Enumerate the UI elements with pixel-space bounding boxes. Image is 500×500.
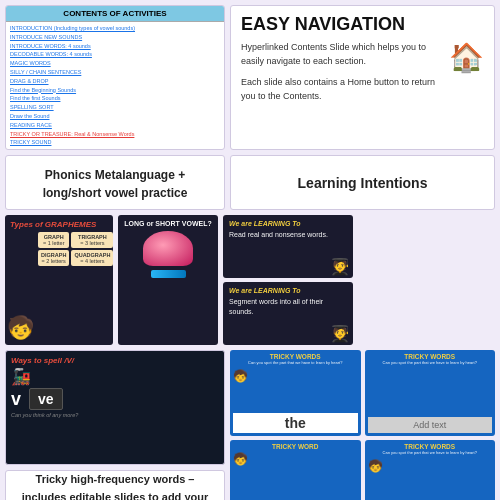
ways-letter-ve: ve <box>29 388 63 410</box>
learning-title: Learning Intentions <box>298 175 428 191</box>
tricky-person-icon-3: 🧒 <box>368 459 493 473</box>
learning-slide-1: We are LEARNING To Read real and nonsens… <box>223 215 353 278</box>
tricky-subtitle-2: Can you spot the part that we have to le… <box>368 360 493 365</box>
tricky-subtitle-1: Can you spot the part that we have to le… <box>233 360 358 365</box>
student-icon-2: 🧑‍🎓 <box>330 324 350 343</box>
person-icon: 🧒 <box>7 315 34 341</box>
contents-panel: CONTENTS OF ACTIVITIES INTRODUCTION (Inc… <box>5 5 225 150</box>
tricky-panel-empty: TRICKY WORDS Can you spot the part that … <box>365 440 496 501</box>
train-icon: 🚂 <box>11 367 219 386</box>
tricky-subtitle-4: Can you spot the part that we have to le… <box>368 450 493 455</box>
tricky-add-text[interactable]: Add text <box>368 417 493 433</box>
list-item[interactable]: INTRODUCE WORDS: 4 sounds <box>10 42 220 51</box>
list-item[interactable]: TRICKY OR TREASURE: Real & Nonsense Word… <box>10 130 220 139</box>
house-icon: 🏠 <box>449 41 484 74</box>
list-item[interactable]: Draw the Sound <box>10 112 220 121</box>
easy-nav-panel: EASY NAVIGATION Hyperlinked Contents Sli… <box>230 5 495 150</box>
list-item[interactable]: INTRODUCE NEW SOUNDS <box>10 33 220 42</box>
tricky-person-icon: 🧒 <box>233 369 358 383</box>
tricky-title-1: TRICKY WORDS <box>233 353 358 360</box>
student-icon: 🧑‍🎓 <box>330 257 350 276</box>
contents-title: CONTENTS OF ACTIVITIES <box>6 6 224 22</box>
tricky-desc-text: Tricky high-frequency words – includes e… <box>12 471 218 500</box>
list-item[interactable]: READING RACE <box>10 121 220 130</box>
grapheme-item: DIGRAPH = 2 letters <box>38 250 69 266</box>
list-item[interactable]: DRAG & DROP <box>10 77 220 86</box>
graphemes-title: Types of GRAPHEMES <box>10 220 108 229</box>
list-item[interactable]: Find the first Sounds <box>10 94 220 103</box>
learning-slide-header: We are LEARNING To <box>229 220 347 227</box>
row3-container: Types of GRAPHEMES 🧒 GRAPH = 1 letter TR… <box>5 215 495 345</box>
phonics-panel: Phonics Metalanguage + long/short vowel … <box>5 155 225 210</box>
learning-slide-text: Read real and nonsense words. <box>229 230 347 240</box>
list-item[interactable]: Find the Beginning Sounds <box>10 86 220 95</box>
long-short-panel: LONG or SHORT VOWEL? <box>118 215 218 345</box>
easy-nav-para1: Hyperlinked Contents Slide which helps y… <box>241 41 443 68</box>
tricky-desc-panel: Tricky high-frequency words – includes e… <box>5 470 225 500</box>
grapheme-item: TRIGRAPH = 3 letters <box>71 232 113 248</box>
tricky-person-icon-2: 🧒 <box>233 452 358 466</box>
learning-slide-2: We are LEARNING To Segment words into al… <box>223 282 353 345</box>
easy-nav-title: EASY NAVIGATION <box>241 14 484 35</box>
learning-slide-text: Segment words into all of their sounds. <box>229 297 347 317</box>
shell-decoration <box>143 231 193 266</box>
tricky-panel-you: TRICKY WORD 🧒 You <box>230 440 361 501</box>
learning-slide-header: We are LEARNING To <box>229 287 347 294</box>
phonics-label: Phonics Metalanguage + long/short vowel … <box>43 165 188 201</box>
learning-slides-container: We are LEARNING To Read real and nonsens… <box>223 215 353 345</box>
long-short-title: LONG or SHORT VOWEL? <box>124 220 212 227</box>
tricky-title-2: TRICKY WORDS <box>368 353 493 360</box>
learning-intentions-panel: Learning Intentions <box>230 155 495 210</box>
ways-to-spell-panel: Ways to spell /V/ 🚂 v ve Can you think o… <box>5 350 225 465</box>
tricky-word-the: the <box>233 413 358 433</box>
tricky-panel-addtext: TRICKY WORDS Can you spot the part that … <box>365 350 496 436</box>
grapheme-item: GRAPH = 1 letter <box>38 232 69 248</box>
tricky-words-panels: TRICKY WORDS Can you spot the part that … <box>230 350 495 500</box>
ways-letters: v ve <box>11 388 219 410</box>
list-item[interactable]: INTRODUCTION (Including types of vowel s… <box>10 24 220 33</box>
main-layout: CONTENTS OF ACTIVITIES INTRODUCTION (Inc… <box>0 0 500 500</box>
graphemes-grid: GRAPH = 1 letter TRIGRAPH = 3 letters DI… <box>38 232 108 266</box>
ways-title: Ways to spell /V/ <box>11 356 219 365</box>
ways-footer: Can you think of any more? <box>11 412 219 418</box>
graphemes-panel: Types of GRAPHEMES 🧒 GRAPH = 1 letter TR… <box>5 215 113 345</box>
list-item[interactable]: DECODABLE WORDS: 4 sounds <box>10 50 220 59</box>
tricky-panel-the: TRICKY WORDS Can you spot the part that … <box>230 350 361 436</box>
eraser-decoration <box>151 270 186 278</box>
tricky-title-4: TRICKY WORDS <box>368 443 493 450</box>
tricky-title-3: TRICKY WORD <box>233 443 358 450</box>
easy-nav-para2: Each slide also contains a Home button t… <box>241 76 443 103</box>
list-item[interactable]: SPELLING SORT <box>10 103 220 112</box>
contents-list: INTRODUCTION (Including types of vowel s… <box>6 22 224 149</box>
list-item[interactable]: TRICKY SOUND <box>10 138 220 147</box>
grapheme-item: QUADGRAPH = 4 letters <box>71 250 113 266</box>
list-item[interactable]: SILLY / CHAIN SENTENCES <box>10 68 220 77</box>
ways-letter-v: v <box>11 389 21 410</box>
list-item[interactable]: MAGIC WORDS <box>10 59 220 68</box>
